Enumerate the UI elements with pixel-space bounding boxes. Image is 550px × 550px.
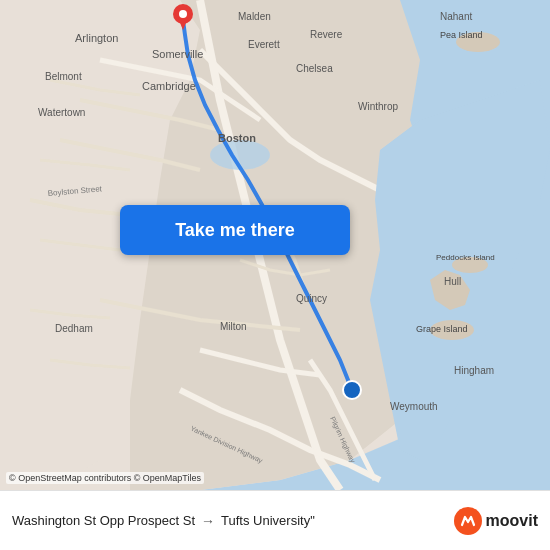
svg-text:Grape Island: Grape Island — [416, 324, 468, 334]
svg-text:Hull: Hull — [444, 276, 461, 287]
moovit-text: moovit — [486, 512, 538, 530]
svg-text:Hingham: Hingham — [454, 365, 494, 376]
footer-origin: Washington St Opp Prospect St — [12, 513, 195, 528]
svg-text:Malden: Malden — [238, 11, 271, 22]
svg-text:Peddocks Island: Peddocks Island — [436, 253, 495, 262]
svg-text:Weymouth: Weymouth — [390, 401, 438, 412]
svg-text:Watertown: Watertown — [38, 107, 85, 118]
footer-arrow-icon: → — [201, 513, 215, 529]
svg-text:Quincy: Quincy — [296, 293, 327, 304]
svg-text:Cambridge: Cambridge — [142, 80, 196, 92]
map-container: Arlington Belmont Watertown Somerville C… — [0, 0, 550, 490]
svg-point-36 — [343, 381, 361, 399]
footer-route-info: Washington St Opp Prospect St → Tufts Un… — [12, 513, 454, 529]
map-attribution: © OpenStreetMap contributors © OpenMapTi… — [6, 472, 204, 484]
moovit-icon — [454, 507, 482, 535]
svg-text:Somerville: Somerville — [152, 48, 203, 60]
moovit-logo: moovit — [454, 507, 538, 535]
take-me-there-button[interactable]: Take me there — [120, 205, 350, 255]
footer-bar: Washington St Opp Prospect St → Tufts Un… — [0, 490, 550, 550]
svg-text:Dedham: Dedham — [55, 323, 93, 334]
svg-text:Arlington: Arlington — [75, 32, 118, 44]
svg-text:Nahant: Nahant — [440, 11, 472, 22]
svg-text:Revere: Revere — [310, 29, 343, 40]
footer-destination: Tufts University" — [221, 513, 315, 528]
svg-point-35 — [179, 10, 187, 18]
svg-text:Milton: Milton — [220, 321, 247, 332]
svg-text:Boston: Boston — [218, 132, 256, 144]
svg-text:Chelsea: Chelsea — [296, 63, 333, 74]
svg-text:Winthrop: Winthrop — [358, 101, 398, 112]
svg-text:Everett: Everett — [248, 39, 280, 50]
svg-text:Pea Island: Pea Island — [440, 30, 483, 40]
svg-text:Belmont: Belmont — [45, 71, 82, 82]
